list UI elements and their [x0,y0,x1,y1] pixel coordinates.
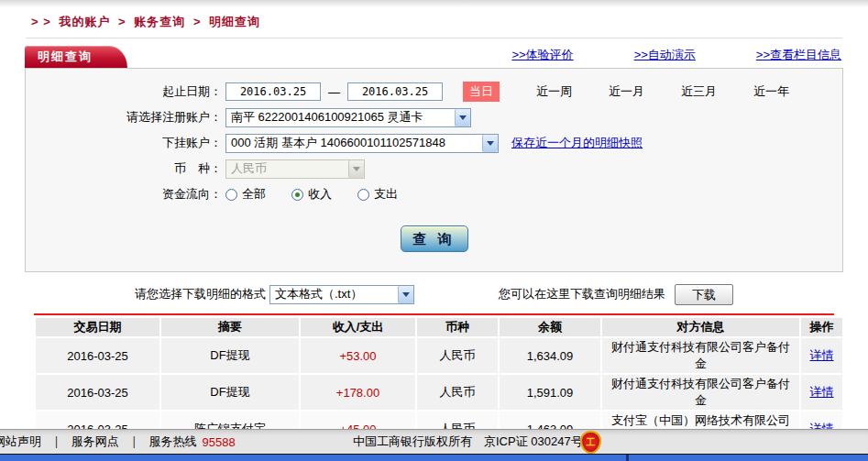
date-range-dash: — [321,85,347,99]
breadcrumb-item-account-query[interactable]: 账务查询 [134,15,185,28]
link-experience-rating[interactable]: >>体验评价 [511,47,573,63]
red-divider [34,313,834,315]
download-result-label: 您可以在这里下载查询明细结果 [499,286,665,302]
quick-range-week[interactable]: 近一周 [536,83,572,100]
currency-row: 币 种： 人民币 [26,158,842,180]
date-range-row: 起止日期： — 当日 近一周 近一月 近三月 近一年 [26,81,842,103]
footer-bar-divider [626,455,629,461]
breadcrumb-item-detail-query[interactable]: 明细查询 [209,15,260,28]
cell-summary: DF提现 [161,375,299,410]
cell-amount: +53.00 [301,338,415,373]
radio-circle-icon [291,189,303,201]
sub-account-row: 下挂账户： 000 活期 基本户 1406600101102571848 保存近… [26,132,842,154]
download-format-select[interactable]: 文本格式（.txt） [269,285,414,304]
top-gradient-strip [0,0,868,7]
footer-hotline-number: 95588 [202,435,235,449]
download-format-label: 请您选择下载明细的格式 [135,286,266,302]
breadcrumb-item-my-account[interactable]: 我的账户 [59,15,110,28]
radio-circle-icon [225,189,237,201]
query-form-panel: 起止日期： — 当日 近一周 近一月 近三月 近一年 请选择注册账户： 南平 6… [25,68,843,272]
detail-link[interactable]: 详情 [810,348,834,362]
link-column-info[interactable]: >>查看栏目信息 [756,47,841,63]
cell-balance: 1,591.09 [500,375,600,410]
col-header-currency: 币种 [417,318,498,336]
radio-expense[interactable]: 支出 [357,186,398,203]
cell-currency: 人民币 [417,338,498,373]
quick-range-month[interactable]: 近一月 [609,83,644,100]
radio-circle-icon [357,189,369,201]
register-account-select[interactable]: 南平 6222001406100921065 灵通卡 [225,108,471,127]
register-account-row: 请选择注册账户： 南平 6222001406100921065 灵通卡 [26,106,842,128]
date-from-input[interactable] [225,82,321,101]
cell-summary: DF提现 [161,338,299,373]
cell-date: 2016-03-25 [36,338,159,373]
date-to-input[interactable] [347,82,443,101]
date-range-label: 起止日期： [26,83,225,100]
flow-radio-group: 全部 收入 支出 [225,186,423,203]
breadcrumb-prefix: > > [27,15,55,28]
col-header-counterparty: 对方信息 [602,318,799,336]
breadcrumb: > > 我的账户 > 账务查询 > 明细查询 [26,7,842,38]
breadcrumb-separator: > [115,15,130,28]
currency-value: 人民币 [226,160,348,177]
footer-separator: ｜ [41,434,71,450]
download-format-value: 文本格式（.txt） [270,286,398,302]
table-row: 2016-03-25 DF提现 +178.00 人民币 1,591.09 财付通… [36,375,842,410]
radio-all[interactable]: 全部 [225,186,266,203]
currency-label: 币 种： [26,160,225,177]
download-button[interactable]: 下载 [675,284,733,305]
breadcrumb-separator: > [190,15,205,28]
query-button[interactable]: 查 询 [401,225,468,252]
cell-currency: 人民币 [417,375,498,410]
cell-amount: +178.00 [301,375,415,410]
radio-income[interactable]: 收入 [291,186,332,203]
quick-range-quarter[interactable]: 近三月 [681,83,717,100]
footer-separator: ｜ [119,434,149,450]
radio-income-label: 收入 [308,186,332,203]
flow-direction-row: 资金流向： 全部 收入 支出 [26,183,842,205]
sub-account-select[interactable]: 000 活期 基本户 1406600101102571848 [225,134,499,153]
quick-range-year[interactable]: 近一年 [753,83,789,100]
table-header-row: 交易日期 摘要 收入/支出 币种 余额 对方信息 操作 [36,318,842,336]
cell-date: 2016-03-25 [36,375,159,410]
header-links: >>体验评价 >>自动演示 >>查看栏目信息 [511,47,841,63]
cell-balance: 1,634.09 [500,338,600,373]
footer-link-statement[interactable]: 网站声明 [0,434,41,450]
footer-links: 网站声明 ｜ 服务网点 ｜ 服务热线 95588 [0,434,236,450]
chevron-down-icon [348,160,364,178]
sub-account-label: 下挂账户： [26,135,225,151]
quick-range-today-button[interactable]: 当日 [463,82,500,102]
chevron-down-icon [455,109,470,126]
flow-direction-label: 资金流向： [26,186,225,203]
cell-counterparty: 财付通支付科技有限公司客户备付金 [602,375,799,410]
radio-all-label: 全部 [242,186,266,203]
col-header-balance: 余额 [500,318,600,336]
table-row: 2016-03-25 DF提现 +53.00 人民币 1,634.09 财付通支… [36,338,842,373]
footer-hotline-label: 服务热线 [148,434,196,450]
register-account-label: 请选择注册账户： [26,109,225,126]
footer-blue-bar [0,454,868,461]
register-account-value: 南平 6222001406100921065 灵通卡 [226,109,455,126]
cell-counterparty: 财付通支付科技有限公司客户备付金 [602,338,799,373]
chevron-down-icon [482,135,498,152]
sub-account-value: 000 活期 基本户 1406600101102571848 [226,135,482,151]
icbc-seal-icon[interactable]: 工 [580,431,601,454]
footer-band: 网站声明 ｜ 服务网点 ｜ 服务热线 95588 中国工商银行版权所有 京ICP… [0,429,868,454]
link-auto-demo[interactable]: >>自动演示 [634,47,696,63]
save-snapshot-link[interactable]: 保存近一个月的明细快照 [511,135,643,151]
col-header-summary: 摘要 [161,318,299,336]
tab-row: 明细查询 >>体验评价 >>自动演示 >>查看栏目信息 [25,46,843,68]
currency-select-disabled: 人民币 [225,159,365,179]
download-row: 请您选择下载明细的格式 文本格式（.txt） 您可以在这里下载查询明细结果 下载 [25,280,843,308]
tab-detail-query[interactable]: 明细查询 [25,46,127,68]
col-header-date: 交易日期 [36,318,159,336]
radio-expense-label: 支出 [374,186,398,203]
footer: 网站声明 ｜ 服务网点 ｜ 服务热线 95588 中国工商银行版权所有 京ICP… [0,429,868,461]
col-header-amount: 收入/支出 [301,318,415,336]
col-header-action: 操作 [801,318,842,336]
query-button-row: 查 询 [26,225,842,252]
footer-link-branches[interactable]: 服务网点 [71,434,119,450]
footer-copyright: 中国工商银行版权所有 京ICP证 030247号 [353,434,583,450]
chevron-down-icon [398,286,413,303]
detail-link[interactable]: 详情 [810,385,834,399]
